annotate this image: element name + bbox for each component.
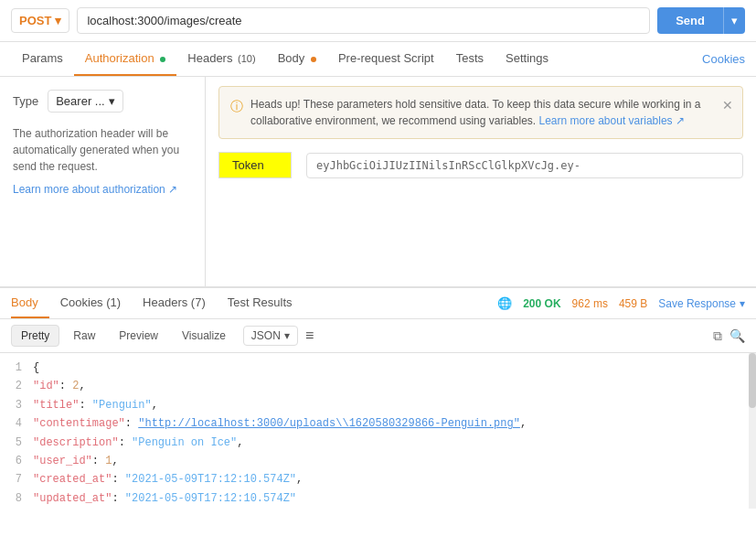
type-select-dropdown[interactable]: Bearer ... ▾ [48,90,122,113]
code-line-8: 8 "updated_at": "2021-05-09T17:12:10.574… [7,489,756,508]
cookies-link[interactable]: Cookies [702,52,745,66]
code-line-3: 3 "title": "Penguin", [7,396,756,414]
response-tabs-bar: Body Cookies (1) Headers (7) Test Result… [0,288,756,319]
right-panel: ⓘ Heads up! These parameters hold sensit… [206,77,756,286]
content-area: Type Bearer ... ▾ The authorization head… [0,77,756,287]
response-size: 459 B [619,297,647,310]
response-tab-cookies[interactable]: Cookies (1) [49,288,132,318]
send-btn-group: Send ▾ [657,7,745,34]
send-dropdown-button[interactable]: ▾ [723,7,745,34]
pretty-button[interactable]: Pretty [11,325,59,347]
response-time: 962 ms [572,297,608,310]
type-value: Bearer ... [56,94,104,108]
auth-description: The authorization header will be automat… [13,125,192,175]
code-line-2: 2 "id": 2, [7,377,756,395]
response-tab-body[interactable]: Body [11,288,49,318]
authorization-dot [160,57,165,62]
left-panel: Type Bearer ... ▾ The authorization head… [0,77,206,286]
copy-icon[interactable]: ⧉ [713,328,722,344]
tab-settings[interactable]: Settings [495,42,559,76]
globe-icon: 🌐 [497,296,512,310]
save-response-button[interactable]: Save Response ▾ [658,297,745,310]
tab-authorization[interactable]: Authorization [74,42,177,76]
nav-tabs: Params Authorization Headers (10) Body P… [0,42,756,77]
tab-headers[interactable]: Headers (10) [176,42,266,76]
code-line-7: 7 "created_at": "2021-05-09T17:12:10.574… [7,470,756,488]
format-toolbar: Pretty Raw Preview Visualize JSON ▾ ≡ ⧉ … [0,319,756,353]
type-chevron: ▾ [109,94,115,108]
method-label: POST [19,14,51,27]
visualize-button[interactable]: Visualize [172,325,236,347]
learn-more-auth-link[interactable]: Learn more about authorization ↗ [13,183,177,196]
format-chevron: ▾ [284,329,290,342]
code-line-1: 1 { [7,359,756,377]
scrollbar-thumb[interactable] [749,353,756,408]
token-label: Token [218,152,292,178]
info-banner: ⓘ Heads up! These parameters hold sensit… [218,86,743,139]
tab-params[interactable]: Params [11,42,74,76]
type-label: Type [13,94,38,108]
tab-tests[interactable]: Tests [445,42,495,76]
code-line-5: 5 "description": "Penguin on Ice", [7,434,756,452]
status-ok-badge: 200 OK [523,297,560,310]
raw-button[interactable]: Raw [63,325,105,347]
search-icon[interactable]: 🔍 [729,328,745,343]
response-section: Body Cookies (1) Headers (7) Test Result… [0,287,756,509]
response-tab-testresults[interactable]: Test Results [217,288,303,318]
code-line-9: 9 } [7,508,756,509]
close-banner-icon[interactable]: ✕ [722,96,733,115]
type-row: Type Bearer ... ▾ [13,90,192,113]
response-status-bar: 🌐 200 OK 962 ms 459 B Save Response ▾ [497,296,745,310]
method-dropdown[interactable]: POST ▾ [11,8,69,33]
format-select-dropdown[interactable]: JSON ▾ [243,326,298,346]
token-value[interactable]: eyJhbGciOiJIUzIINilsInRScClGlkpXVcJg.ey- [306,153,743,178]
code-block: 1 { 2 "id": 2, 3 "title": "Penguin", 4 "… [0,353,756,509]
code-line-6: 6 "user_id": 1, [7,452,756,470]
top-bar: POST ▾ Send ▾ [0,0,756,42]
method-chevron: ▾ [55,14,61,27]
filter-icon[interactable]: ≡ [305,327,314,344]
response-area: 1 { 2 "id": 2, 3 "title": "Penguin", 4 "… [0,353,756,509]
response-tab-headers[interactable]: Headers (7) [132,288,217,318]
body-dot [311,57,316,62]
info-icon: ⓘ [230,97,243,116]
tab-prerequest[interactable]: Pre-request Script [327,42,445,76]
code-line-4: 4 "contentimage": "http://localhost:3000… [7,414,756,433]
learn-more-variables-link[interactable]: Learn more about variables ↗ [539,114,685,127]
url-input[interactable] [77,7,650,34]
banner-text: Heads up! These parameters hold sensitiv… [250,96,731,129]
tab-body[interactable]: Body [267,42,327,76]
send-button[interactable]: Send [657,7,723,34]
preview-button[interactable]: Preview [109,325,168,347]
scrollbar-track[interactable] [749,353,756,509]
token-row: Token eyJhbGciOiJIUzIINilsInRScClGlkpXVc… [218,152,743,178]
